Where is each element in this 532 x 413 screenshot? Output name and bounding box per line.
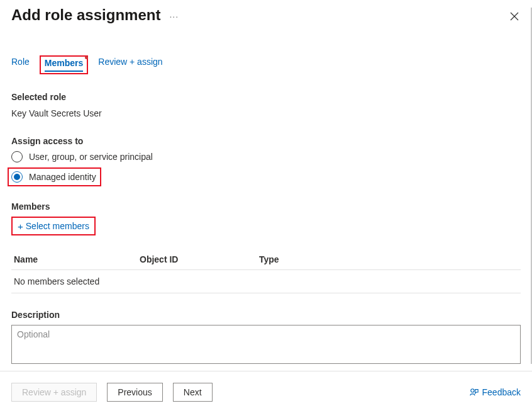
wizard-tabs: Role Members Review + assign <box>11 55 521 74</box>
radio-managed-identity-label: Managed identity <box>29 172 96 182</box>
members-label: Members <box>11 201 521 212</box>
selected-role-value: Key Vault Secrets User <box>11 108 521 118</box>
page-title: Add role assignment <box>11 6 160 24</box>
next-button[interactable]: Next <box>173 383 213 402</box>
select-members-link[interactable]: + Select members <box>11 217 96 235</box>
tab-review-assign[interactable]: Review + assign <box>98 55 162 74</box>
tab-members[interactable]: Members <box>45 57 83 72</box>
assign-access-label: Assign access to <box>11 136 521 146</box>
wizard-footer: Review + assign Previous Next Feedback <box>0 371 532 413</box>
selected-role-label: Selected role <box>11 92 521 102</box>
tab-members-label: Members <box>45 58 83 68</box>
radio-user-group-sp[interactable] <box>11 151 23 162</box>
tab-alert-dot-icon <box>85 56 88 59</box>
description-input[interactable] <box>11 325 521 364</box>
close-button[interactable] <box>509 11 519 23</box>
feedback-text: Feedback <box>482 387 521 397</box>
col-type: Type <box>259 254 518 264</box>
assign-access-radio-group: User, group, or service principal Manage… <box>11 151 521 186</box>
description-label: Description <box>11 310 521 320</box>
select-members-text: Select members <box>26 221 89 231</box>
svg-point-2 <box>470 389 474 392</box>
table-row-empty: No members selected <box>11 270 521 293</box>
highlight-managed-identity: Managed identity <box>8 167 101 186</box>
previous-button[interactable]: Previous <box>107 383 162 402</box>
highlight-members-tab: Members <box>40 55 88 74</box>
review-assign-button: Review + assign <box>11 383 97 402</box>
radio-managed-identity[interactable] <box>11 171 23 183</box>
radio-user-group-sp-label: User, group, or service principal <box>29 152 153 162</box>
feedback-icon <box>470 388 479 397</box>
tab-role[interactable]: Role <box>11 55 30 74</box>
members-table: Name Object ID Type No members selected <box>11 249 521 293</box>
plus-icon: + <box>18 222 23 231</box>
col-object-id: Object ID <box>140 254 259 264</box>
feedback-link[interactable]: Feedback <box>470 387 521 397</box>
col-name: Name <box>14 254 140 264</box>
more-icon[interactable]: ··· <box>169 11 179 21</box>
